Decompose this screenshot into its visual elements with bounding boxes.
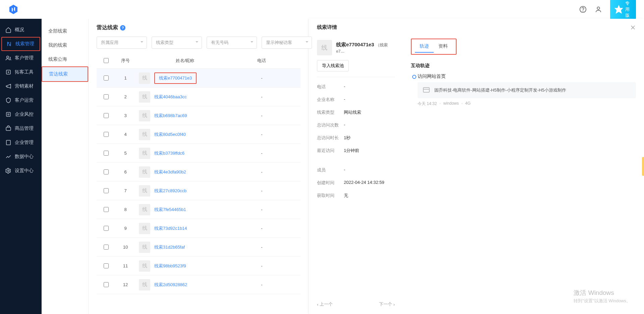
lead-name-link[interactable]: 线索73d92c1b14: [154, 225, 187, 231]
filter-has-phone[interactable]: 有无号码: [207, 37, 257, 49]
mainnav-item-leads[interactable]: 线索管理: [1, 37, 40, 51]
mainnav-item-settings[interactable]: 设置中心: [0, 164, 42, 178]
lead-name-link[interactable]: 线索98bb9523f9: [154, 263, 186, 269]
mainnav-item-customer[interactable]: 客户管理: [0, 51, 42, 65]
row-checkbox[interactable]: [104, 188, 109, 193]
row-checkbox[interactable]: [104, 226, 109, 231]
table-row[interactable]: 1线线索e7700471e3-: [97, 69, 301, 88]
svg-rect-18: [423, 88, 429, 92]
row-checkbox[interactable]: [104, 263, 109, 268]
row-index: 7: [115, 188, 136, 193]
lead-name-link[interactable]: 线索27c8920ccb: [154, 188, 186, 194]
info-row: 获取时间无: [317, 189, 395, 202]
mainnav-item-ops[interactable]: 客户运营: [0, 93, 42, 107]
row-checkbox[interactable]: [104, 282, 109, 287]
app-logo: [8, 4, 19, 15]
lead-avatar: 线: [317, 40, 332, 55]
row-checkbox[interactable]: [104, 113, 109, 118]
info-row: 线索类型网站线索: [317, 106, 395, 119]
table-row[interactable]: 8线线索7fe54465b1-: [97, 200, 301, 219]
info-value: 无: [344, 193, 348, 199]
filter-type[interactable]: 线索类型: [152, 37, 202, 49]
table-row[interactable]: 9线线索73d92c1b14-: [97, 219, 301, 238]
col-name: 姓名/昵称: [136, 58, 231, 64]
next-lead-button[interactable]: 下一个 ›: [379, 301, 395, 307]
svg-point-4: [7, 56, 9, 58]
row-index: 8: [115, 207, 136, 212]
table-row[interactable]: 12线线索2d50928862-: [97, 275, 301, 294]
lead-badge: 线: [139, 185, 150, 197]
filter-show-mystery[interactable]: 显示神秘访客: [262, 37, 312, 49]
table-row[interactable]: 10线线索31d2b65faf-: [97, 238, 301, 257]
row-checkbox[interactable]: [104, 245, 109, 250]
side-handle[interactable]: [642, 157, 644, 176]
table-row[interactable]: 3线线索b698b7ac69-: [97, 106, 301, 125]
select-all-checkbox[interactable]: [104, 58, 109, 63]
mainnav-item-marketing[interactable]: 营销素材: [0, 79, 42, 93]
mainnav-item-data[interactable]: 数据中心: [0, 150, 42, 164]
prev-lead-button[interactable]: ‹ 上一个: [317, 301, 333, 307]
subnav-item-radar[interactable]: 雷达线索: [42, 66, 88, 82]
filter-bar: 所属应用 线索类型 有无号码 显示神秘访客: [89, 37, 309, 53]
row-checkbox[interactable]: [104, 75, 109, 81]
lead-name-link[interactable]: 线索31d2b65faf: [154, 244, 185, 250]
help-badge-icon[interactable]: ?: [120, 25, 125, 31]
table-row[interactable]: 6线线索4e3dfa90b2-: [97, 163, 301, 181]
section-title: 互动轨迹: [411, 63, 636, 69]
tab-track[interactable]: 轨迹: [415, 41, 434, 53]
lead-badge: 线: [139, 110, 150, 121]
row-checkbox[interactable]: [104, 169, 109, 174]
leads-icon: [6, 41, 12, 47]
mainnav-item-overview[interactable]: 概况: [0, 23, 42, 37]
row-checkbox[interactable]: [104, 94, 109, 99]
help-icon[interactable]: [579, 6, 587, 13]
timeline-card[interactable]: 固乔科技-电商软件-网站搭建-H5制作-小程序定制开发-H5小游戏制作: [418, 82, 636, 98]
close-icon[interactable]: [630, 24, 636, 31]
info-value: 1分钟前: [344, 148, 359, 154]
table-row[interactable]: 7线线索27c8920ccb-: [97, 181, 301, 200]
mainnav-item-expand[interactable]: 拓客工具: [0, 65, 42, 79]
import-lead-button[interactable]: 导入线索池: [317, 60, 349, 71]
filter-app[interactable]: 所属应用: [97, 37, 147, 49]
row-phone: -: [231, 263, 292, 268]
info-row: 最近访问1分钟前: [317, 144, 395, 157]
info-label: 线索类型: [317, 109, 344, 115]
ops-icon: [5, 97, 11, 103]
lead-name-link[interactable]: 线索2d50928862: [154, 282, 187, 288]
table-row[interactable]: 11线线索98bb9523f9-: [97, 257, 301, 275]
row-checkbox[interactable]: [104, 207, 109, 212]
subnav-item-all[interactable]: 全部线索: [42, 24, 88, 38]
table-row[interactable]: 2线线索4046baa3cc-: [97, 88, 301, 106]
lead-badge: 线: [139, 260, 150, 272]
row-checkbox[interactable]: [104, 151, 109, 156]
lead-name-link[interactable]: 线索7fe54465b1: [154, 207, 186, 213]
mainnav-item-goods[interactable]: 商品管理: [0, 121, 42, 136]
mainnav-item-risk[interactable]: 企业风控: [0, 107, 42, 121]
col-index: 序号: [115, 58, 136, 64]
row-index: 5: [115, 151, 136, 156]
table-row[interactable]: 4线线索80d5ec0f40-: [97, 125, 301, 144]
lead-name-link[interactable]: 线索80d5ec0f40: [154, 132, 186, 138]
row-phone: -: [231, 207, 292, 212]
info-label: 总访问时长: [317, 135, 344, 141]
row-index: 1: [115, 75, 136, 81]
lead-name-link[interactable]: 线索b698b7ac69: [154, 113, 187, 119]
subnav-item-pool[interactable]: 线索公海: [42, 52, 88, 66]
lead-name-link[interactable]: 线索e7700471e3: [154, 72, 197, 84]
subnav-item-my[interactable]: 我的线索: [42, 38, 88, 52]
lead-name-link[interactable]: 线索b3739ffdc6: [154, 150, 184, 156]
tab-profile[interactable]: 资料: [434, 41, 452, 53]
timeline-meta: 今天 14:32 · windows · 4G: [418, 101, 636, 107]
info-value: -: [344, 84, 345, 90]
drawer-title: 线索详情: [317, 24, 630, 31]
customer-icon: [5, 55, 11, 61]
lead-name-link[interactable]: 线索4046baa3cc: [154, 94, 187, 100]
row-checkbox[interactable]: [104, 132, 109, 137]
lead-badge: 线: [139, 148, 150, 159]
lead-name-link[interactable]: 线索4e3dfa90b2: [154, 169, 186, 175]
table-row[interactable]: 5线线索b3739ffdc6-: [97, 144, 301, 163]
info-label: 企业名称: [317, 97, 344, 103]
row-phone: -: [231, 151, 292, 156]
mainnav-item-enterprise[interactable]: 企业管理: [0, 136, 42, 150]
user-icon[interactable]: [595, 6, 602, 13]
